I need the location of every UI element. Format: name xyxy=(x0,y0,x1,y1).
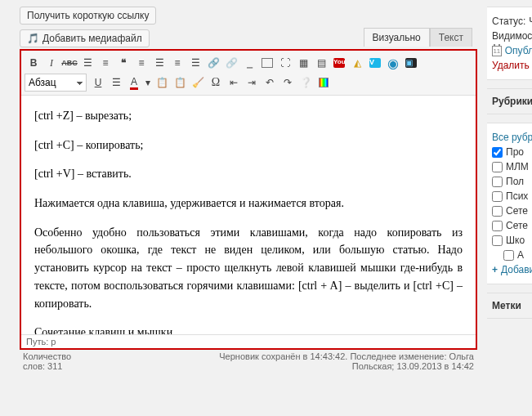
special-char-button[interactable]: Ω xyxy=(207,74,225,92)
cat-checkbox-3[interactable] xyxy=(492,191,503,202)
tags-header: Метки xyxy=(487,293,532,319)
tab-visual[interactable]: Визуально xyxy=(364,28,430,47)
youtube-button[interactable]: You xyxy=(330,54,348,72)
color-picker-button[interactable] xyxy=(315,74,333,92)
draft-saved-text: Черновик сохранён в 14:43:42. Последнее … xyxy=(219,351,474,361)
cat-label-1: МЛМ xyxy=(506,161,529,172)
sidebar: Статус: Че Видимост 11 Опубл Удалить Руб… xyxy=(487,7,532,327)
plus-icon: + xyxy=(492,264,498,275)
publish-link[interactable]: Опубл xyxy=(505,45,532,56)
share-button[interactable]: ◉ xyxy=(384,54,402,72)
get-shortlink-button[interactable]: Получить короткую ссылку xyxy=(20,7,156,25)
cat-label-3: Псих xyxy=(506,190,528,202)
calendar-icon: 11 xyxy=(492,46,502,56)
cat-checkbox-6[interactable] xyxy=(492,235,503,246)
cat-label-2: Пол xyxy=(506,176,524,187)
p2b: – копировать; xyxy=(74,139,144,151)
tab-text[interactable]: Текст xyxy=(430,28,472,47)
vimeo-button[interactable]: V xyxy=(366,54,384,72)
clear-formatting-button[interactable]: 🧹 xyxy=(189,74,207,92)
strikethrough-button[interactable]: ABC xyxy=(60,54,78,72)
shortlink-label: Получить короткую ссылку xyxy=(27,10,149,21)
cat-checkbox-2[interactable] xyxy=(492,177,503,187)
cat-label-6: Шко xyxy=(506,235,525,246)
cat-label-5: Сете xyxy=(506,220,528,231)
indent-button[interactable]: ⇥ xyxy=(243,74,261,92)
cat-checkbox-4[interactable] xyxy=(492,206,503,217)
editor-container: Визуально Текст B I ABC ☰ ≡ ❝ ≡ ☰ ≡ ☰ 🔗 … xyxy=(20,49,477,350)
p4: Нажимается одна клавиша, удерживается и … xyxy=(34,195,463,212)
p3b: – вставить. xyxy=(75,168,132,180)
italic-button[interactable]: I xyxy=(42,54,60,72)
cat-sub-checkbox[interactable] xyxy=(503,250,514,261)
p1b: – вырезать; xyxy=(74,110,132,122)
text-color-button[interactable]: A xyxy=(125,74,143,92)
align-justify-button[interactable]: ☰ xyxy=(186,54,204,72)
align-right-button[interactable]: ≡ xyxy=(168,54,186,72)
bullet-list-button[interactable]: ☰ xyxy=(78,54,96,72)
all-rubrics-link[interactable]: Все рубр xyxy=(492,132,532,143)
cat-label-4: Сете xyxy=(506,205,528,217)
insert-link-button[interactable]: 🔗 xyxy=(204,54,222,72)
add-media-button[interactable]: 🎵Добавить медиафайл xyxy=(20,29,150,47)
editor-toolbar: B I ABC ☰ ≡ ❝ ≡ ☰ ≡ ☰ 🔗 🔗 ⎯ ⛶ ▦ ▤ You ◭ … xyxy=(21,51,476,96)
p3a: [ctrl +V] xyxy=(34,168,75,180)
blockquote-button[interactable]: ❝ xyxy=(114,54,132,72)
align-full-button[interactable]: ☰ xyxy=(107,74,125,92)
visibility-label: Видимост xyxy=(492,30,532,42)
cat-checkbox-1[interactable] xyxy=(492,162,503,172)
status-value: Че xyxy=(529,16,532,27)
outdent-button[interactable]: ⇤ xyxy=(225,74,243,92)
word-count-value: слов: 311 xyxy=(23,361,71,371)
cat-sub-label: А xyxy=(517,249,524,261)
delete-link[interactable]: Удалить xyxy=(492,60,530,71)
help-button[interactable]: ❔ xyxy=(297,74,315,92)
align-center-button[interactable]: ☰ xyxy=(150,54,168,72)
paste-word-button[interactable]: 📋 xyxy=(171,74,189,92)
cat-checkbox-0[interactable] xyxy=(492,147,503,158)
cat-label-0: Про xyxy=(506,146,524,158)
image-button[interactable] xyxy=(258,54,276,72)
underline-button[interactable]: U xyxy=(89,74,107,92)
path-bar: Путь: p xyxy=(21,334,476,348)
rubrics-header: Рубрики xyxy=(487,88,532,114)
plugin-button[interactable]: ▣ xyxy=(402,54,420,72)
paste-text-button[interactable]: 📋 xyxy=(153,74,171,92)
undo-button[interactable]: ↶ xyxy=(261,74,279,92)
gallery-button[interactable]: ▦ xyxy=(294,54,312,72)
numbered-list-button[interactable]: ≡ xyxy=(96,54,114,72)
editor-content[interactable]: [ctrl +Z] – вырезать; [ctrl +C] – копиро… xyxy=(21,96,476,334)
bold-button[interactable]: B xyxy=(25,54,42,72)
last-edit-text: Польская; 13.09.2013 в 14:42 xyxy=(219,361,474,371)
align-left-button[interactable]: ≡ xyxy=(132,54,150,72)
cat-checkbox-5[interactable] xyxy=(492,221,503,231)
camera-music-icon: 🎵 xyxy=(27,34,39,43)
text-color-dropdown[interactable]: ▾ xyxy=(143,74,153,92)
p1a: [ctrl +Z] xyxy=(34,110,74,122)
p5: Особенно удобно пользоваться этими клави… xyxy=(34,224,463,312)
redo-button[interactable]: ↷ xyxy=(279,74,297,92)
add-category-link[interactable]: Добави xyxy=(501,264,532,275)
remove-link-button[interactable]: 🔗 xyxy=(222,54,240,72)
format-select[interactable]: Абзац xyxy=(25,74,87,92)
fullscreen-button[interactable]: ⛶ xyxy=(276,54,294,72)
p2a: [ctrl +C] xyxy=(34,139,74,151)
status-label: Статус: xyxy=(492,16,525,27)
word-count-label: Количество xyxy=(23,351,71,361)
insert-more-button[interactable]: ⎯ xyxy=(240,54,258,72)
p6: Сочетание клавиш и мышки xyxy=(34,324,463,334)
prezi-button[interactable]: ◭ xyxy=(348,54,366,72)
add-media-label: Добавить медиафайл xyxy=(42,33,142,44)
status-row: Количество слов: 311 Черновик сохранён в… xyxy=(20,350,477,371)
toggle-toolbar-button[interactable]: ▤ xyxy=(312,54,330,72)
